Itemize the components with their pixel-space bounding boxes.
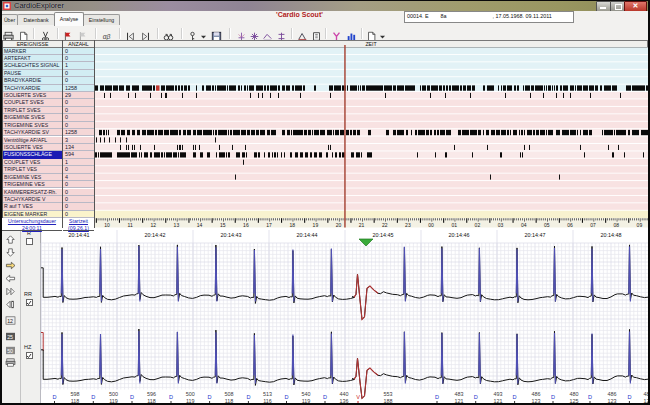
svg-text:486: 486 [644,391,650,397]
svg-text:440: 440 [340,391,349,397]
svg-text:D: D [435,394,439,400]
svg-text:188: 188 [384,398,393,404]
svg-text:596: 596 [147,391,156,397]
svg-text:121: 121 [455,398,464,404]
svg-text:D: D [627,394,631,400]
svg-text:121: 121 [494,398,503,404]
svg-text:118: 118 [225,398,234,404]
svg-text:508: 508 [225,391,234,397]
svg-text:D: D [323,394,327,400]
svg-text:486: 486 [532,391,541,397]
svg-text:119: 119 [109,398,118,404]
svg-text:D: D [246,394,250,400]
svg-text:D: D [513,394,517,400]
svg-text:118: 118 [147,398,156,404]
svg-text:598: 598 [71,391,80,397]
svg-text:123: 123 [532,398,541,404]
svg-text:486: 486 [608,391,617,397]
svg-text:D: D [284,394,288,400]
svg-text:D: D [208,394,212,400]
svg-text:136: 136 [340,398,349,404]
svg-text:D: D [91,394,95,400]
svg-text:480: 480 [570,391,579,397]
svg-text:116: 116 [263,398,272,404]
svg-text:D: D [551,394,555,400]
svg-text:D: D [169,394,173,400]
svg-text:493: 493 [494,391,503,397]
svg-text:540: 540 [302,391,311,397]
svg-text:483: 483 [455,391,464,397]
svg-text:123: 123 [644,398,650,404]
svg-text:119: 119 [302,398,311,404]
svg-text:500: 500 [109,391,118,397]
svg-text:119: 119 [186,398,195,404]
svg-text:125: 125 [570,398,579,404]
svg-text:D: D [474,394,478,400]
svg-text:513: 513 [263,391,272,397]
svg-text:D: D [130,394,134,400]
svg-text:118: 118 [71,398,80,404]
svg-text:V: V [356,394,360,400]
svg-text:D: D [52,394,56,400]
svg-text:D: D [588,394,592,400]
svg-text:553: 553 [384,391,393,397]
svg-text:123: 123 [608,398,617,404]
svg-text:500: 500 [186,391,195,397]
